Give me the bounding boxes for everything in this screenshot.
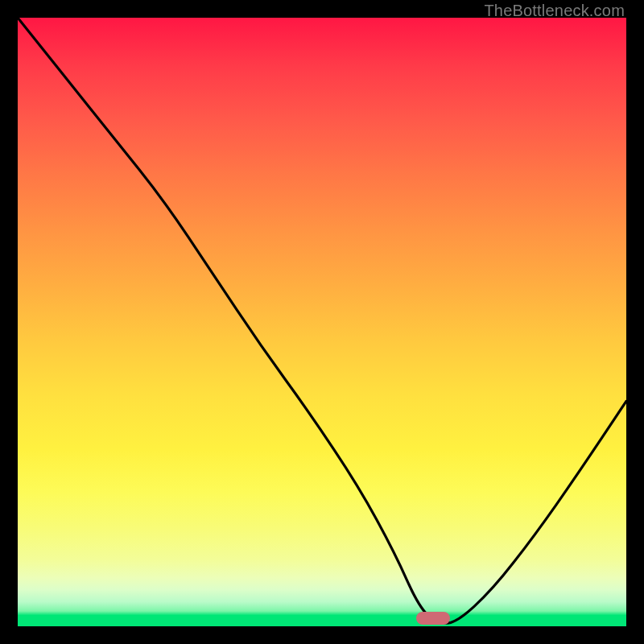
bottleneck-curve (18, 18, 626, 626)
chart-frame: TheBottleneck.com (0, 0, 644, 644)
curve-path (18, 18, 626, 623)
plot-area (18, 18, 626, 626)
optimal-marker (416, 612, 450, 625)
